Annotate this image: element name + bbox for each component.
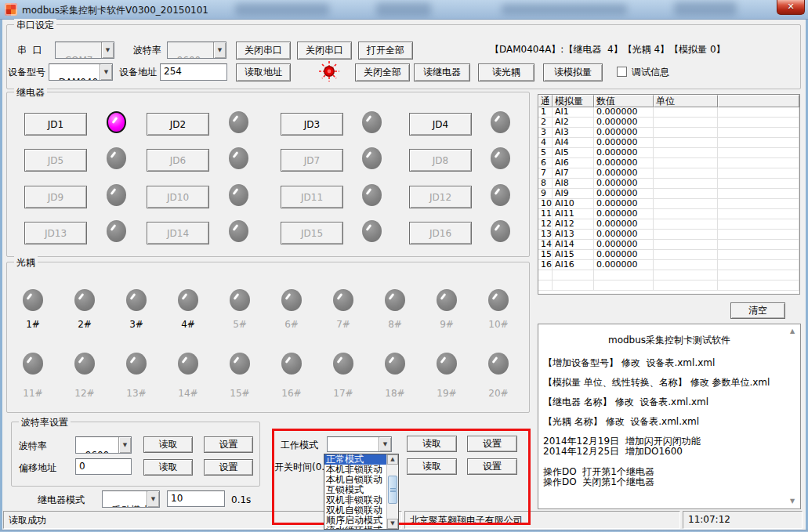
opto-led-7-icon xyxy=(333,289,353,311)
scroll-up-icon[interactable]: ▲ xyxy=(387,454,398,465)
work-mode-option[interactable]: 本机自锁联动 xyxy=(324,475,387,485)
opto-channel-label: 1# xyxy=(9,319,56,330)
close-button[interactable]: ✕ xyxy=(777,0,805,15)
app-logo-icon xyxy=(5,3,17,16)
info-line: 【增加设备型号】 修改 设备表.xml.xml xyxy=(543,358,795,368)
work-mode-option[interactable]: 双机非锁联动 xyxy=(324,495,387,505)
relay-button-jd8: JD8 xyxy=(409,149,472,172)
table-cell: 3 xyxy=(538,128,553,138)
table-cell xyxy=(718,138,799,148)
work-mode-option[interactable]: 顺序启动模式 xyxy=(324,516,387,526)
analog-column-header[interactable] xyxy=(718,95,799,107)
analog-column-header[interactable]: 单位 xyxy=(654,95,718,107)
scroll-down-icon[interactable]: ▼ xyxy=(387,519,398,529)
opto-channel-label: 14# xyxy=(165,388,212,399)
titlebar-glass-artifact xyxy=(376,2,431,16)
scroll-down-icon[interactable]: ▼ xyxy=(787,497,798,506)
table-cell xyxy=(718,168,799,179)
table-cell: 5 xyxy=(538,148,553,158)
workmode-read-button[interactable]: 读取 xyxy=(407,436,457,452)
analog-column-header[interactable]: 模拟量 xyxy=(553,95,594,107)
baud-read-button[interactable]: 读取 xyxy=(143,436,193,453)
relay-button-jd14: JD14 xyxy=(147,222,209,244)
open-all-button[interactable]: 打开全部 xyxy=(358,42,413,60)
relay-mode-select[interactable]: 手动模式 ▼ xyxy=(102,490,160,508)
table-cell: 16 xyxy=(538,260,553,270)
opto-channel-label: 8# xyxy=(371,319,418,330)
close-all-button[interactable]: 关闭全部 xyxy=(355,63,410,81)
read-relay-button[interactable]: 读继电器 xyxy=(414,63,470,81)
debug-info-checkbox[interactable] xyxy=(617,67,627,77)
relay-button-jd4[interactable]: JD4 xyxy=(409,113,472,136)
opto-channel-label: 7# xyxy=(320,319,367,330)
relay-button-jd1[interactable]: JD1 xyxy=(24,113,87,136)
table-cell xyxy=(654,189,718,199)
table-cell xyxy=(594,280,654,291)
analog-table: 通模拟量数值单位 1AI10.0000002AI20.0000003AI30.0… xyxy=(538,94,800,295)
opto-led-17-icon xyxy=(333,353,353,375)
switchtime-read-button[interactable]: 读取 xyxy=(407,458,457,475)
window-title: modbus采集控制卡软件V0300_20150101 xyxy=(22,4,208,17)
relay-button-jd2[interactable]: JD2 xyxy=(147,113,209,136)
table-cell: AI8 xyxy=(553,179,594,189)
table-cell: 0.000000 xyxy=(594,107,654,118)
opto-channel-label: 6# xyxy=(268,319,315,330)
offset-read-button[interactable]: 读取 xyxy=(143,459,193,476)
serial-port-select: COM7 ▼ xyxy=(55,42,114,59)
relay-led-3-icon xyxy=(362,111,382,133)
relay-interval-input[interactable]: 10 xyxy=(167,490,225,507)
baud-label: 波特率 xyxy=(19,440,47,451)
scrollbar-thumb[interactable] xyxy=(388,476,397,504)
switchtime-set-button[interactable]: 设置 xyxy=(467,458,517,475)
relay-led-2-icon xyxy=(229,111,248,133)
table-cell: 0.000000 xyxy=(594,118,654,128)
table-row: 3AI30.000000 xyxy=(538,128,799,138)
opto-led-4-icon xyxy=(178,289,198,311)
relay-led-4-icon xyxy=(491,111,510,133)
table-cell: 6 xyxy=(538,158,553,168)
table-cell xyxy=(718,189,799,199)
analog-column-header[interactable]: 通 xyxy=(538,95,553,107)
work-mode-select[interactable]: 正常模式 ▼ xyxy=(327,436,392,452)
workmode-set-button[interactable]: 设置 xyxy=(467,436,517,452)
work-mode-option[interactable]: 流水循环模式 xyxy=(324,526,387,530)
offset-set-button[interactable]: 设置 xyxy=(204,459,253,476)
info-line: 【继电器 名称】 修改 设备表.xml.xml xyxy=(543,397,795,407)
clear-button[interactable]: 清空 xyxy=(730,302,785,319)
work-mode-option[interactable]: 本机非锁联动 xyxy=(324,465,387,475)
relay-button-jd6: JD6 xyxy=(147,149,209,172)
close-serial-button-2[interactable]: 关闭串口 xyxy=(297,42,352,60)
opto-led-18-icon xyxy=(385,353,405,375)
analog-column-header[interactable]: 数值 xyxy=(594,95,654,107)
serial-port-label: 串 口 xyxy=(17,45,42,56)
table-row: 10AI100.000000 xyxy=(538,199,799,209)
offset-address-input[interactable]: 0 xyxy=(75,458,132,475)
device-model-select[interactable]: DAM0404A ▼ xyxy=(49,63,113,81)
info-line: 【光耦 名称】 修改 设备表.xml.xml xyxy=(543,417,795,427)
table-row-empty xyxy=(538,270,799,280)
work-mode-option[interactable]: 双机自锁联动 xyxy=(324,505,387,516)
device-address-input[interactable]: 254 xyxy=(160,63,227,81)
table-row: 6AI60.000000 xyxy=(538,158,799,168)
read-analog-button[interactable]: 读模拟量 xyxy=(543,63,603,81)
table-row-empty xyxy=(538,280,799,291)
relay-button-jd3[interactable]: JD3 xyxy=(281,113,343,136)
work-mode-option[interactable]: 正常模式 xyxy=(324,454,387,465)
titlebar[interactable]: modbus采集控制卡软件V0300_20150101 ✕ xyxy=(0,0,808,20)
baud-set-button[interactable]: 设置 xyxy=(204,436,253,453)
opto-led-15-icon xyxy=(230,353,250,375)
comm-status-led-icon xyxy=(319,61,339,81)
chevron-down-icon: ▼ xyxy=(101,42,114,58)
work-mode-option[interactable]: 互锁模式 xyxy=(324,485,387,495)
chevron-down-icon: ▼ xyxy=(213,42,226,58)
read-opto-button[interactable]: 读光耦 xyxy=(478,63,534,81)
close-serial-button-1[interactable]: 关闭串口 xyxy=(236,42,291,60)
scroll-up-icon[interactable]: ▲ xyxy=(787,327,798,336)
read-address-button[interactable]: 读取地址 xyxy=(236,63,291,81)
chevron-down-icon: ▼ xyxy=(118,437,131,453)
table-cell: AI9 xyxy=(553,189,594,199)
relay-led-1-icon xyxy=(107,111,126,133)
baud-select[interactable]: 9600 ▼ xyxy=(75,436,132,454)
relay-led-16-icon xyxy=(491,220,510,242)
dropdown-scrollbar[interactable]: ▲ ▼ xyxy=(386,454,398,529)
